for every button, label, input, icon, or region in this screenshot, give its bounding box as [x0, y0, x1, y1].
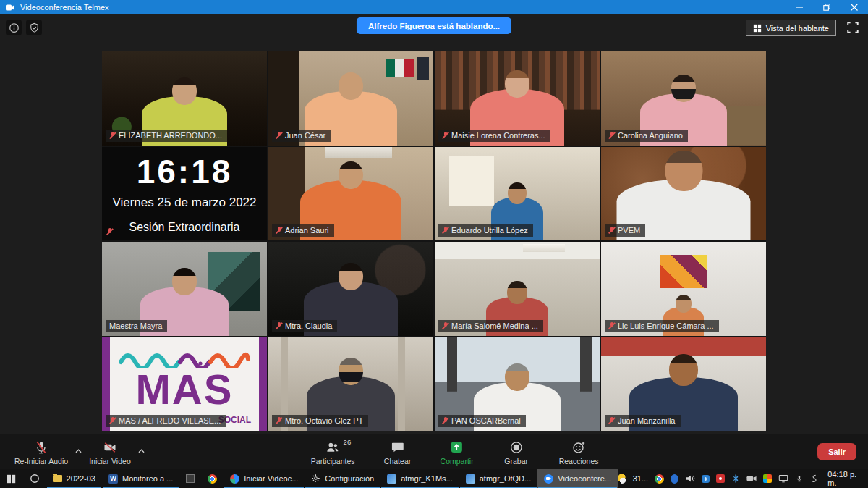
video-options-chevron-icon[interactable] — [138, 437, 145, 456]
video-tile[interactable]: Lic Luis Enrique Cámara ... — [601, 242, 766, 336]
cortana-button[interactable] — [23, 469, 46, 488]
taskbar-item-label: atmgr_OtQD... — [480, 474, 532, 483]
muted-mic-icon — [608, 226, 615, 235]
participant-name-label: Maisie Lorena Contreras... — [438, 130, 550, 142]
unmute-audio-button[interactable]: Re-Iniciar Audio — [10, 437, 72, 467]
pen-app-icon[interactable] — [809, 474, 818, 484]
camera-off-icon — [102, 440, 118, 455]
meeting-info-icon[interactable] — [6, 20, 22, 35]
participant-name: Mtra. Claudia — [285, 321, 332, 330]
meeting-stage: Alfredo Figueroa está hablando... Vista … — [0, 14, 868, 434]
participant-name: Lic Luis Enrique Cámara ... — [618, 321, 714, 330]
bluetooth-icon[interactable] — [731, 474, 740, 484]
participants-label: Participantes — [311, 457, 355, 466]
taskbar-clock[interactable]: 04:18 p. m. — [825, 470, 861, 487]
windows-taskbar: 2022-03 W Monitoreo a ... Iniciar Videoc… — [0, 469, 868, 488]
muted-mic-icon — [442, 416, 448, 425]
recording-tray-icon[interactable] — [716, 474, 725, 483]
mic-muted-icon — [34, 440, 48, 455]
share-screen-button[interactable]: Compartir — [436, 437, 478, 467]
participant-name-label: Juan Manzanilla — [605, 415, 681, 427]
session-title: Sesión Extraordinaria — [129, 221, 240, 234]
minimize-button[interactable] — [786, 0, 813, 14]
video-tile[interactable]: Adrian Sauri — [268, 147, 433, 241]
participant-name-label: Juan César — [272, 130, 331, 142]
volume-icon[interactable] — [685, 474, 695, 484]
participant-name: Adrian Sauri — [285, 226, 329, 235]
image-file-icon — [466, 474, 475, 484]
share-screen-label: Compartir — [441, 457, 474, 466]
participant-name: Carolina Anguiano — [618, 131, 683, 140]
restore-button[interactable] — [813, 0, 841, 14]
display-icon[interactable] — [778, 474, 788, 484]
video-device-icon[interactable] — [746, 474, 757, 484]
taskbar-item-image2[interactable]: atmgr_OtQD... — [459, 469, 538, 488]
audio-options-chevron-icon[interactable] — [75, 437, 82, 456]
taskbar-item-label: Videoconfere... — [558, 474, 611, 483]
taskbar-item-label: 2022-03 — [67, 474, 95, 483]
record-button[interactable]: Grabar — [497, 437, 536, 467]
participant-name-label: PAN OSCARBernal — [438, 415, 526, 427]
webex-icon — [230, 474, 239, 484]
videoconference-icon — [544, 474, 553, 484]
record-label: Grabar — [504, 457, 528, 466]
clock-date: Viernes 25 de marzo 2022 — [112, 195, 256, 210]
fullscreen-icon[interactable] — [846, 21, 859, 34]
taskbar-item-app[interactable] — [179, 469, 201, 488]
taskbar-item-folder[interactable]: 2022-03 — [46, 469, 102, 488]
participant-name-label: Mtra. Claudia — [272, 320, 337, 332]
microphone-tray-icon[interactable] — [795, 474, 804, 484]
folder-icon — [53, 475, 62, 482]
windows-security-icon[interactable] — [763, 474, 772, 483]
participant-name: Juan César — [285, 131, 326, 140]
chrome-tray-icon[interactable] — [655, 474, 664, 484]
leave-meeting-button[interactable]: Salir — [817, 443, 856, 460]
start-button[interactable] — [0, 469, 23, 488]
video-tile[interactable]: ELIZABETH ARREDONDO... — [102, 51, 267, 146]
taskbar-item-word[interactable]: W Monitoreo a ... — [102, 469, 179, 488]
video-tile[interactable]: Carolina Anguiano — [601, 51, 766, 146]
taskbar-item-videoconference[interactable]: Videoconfere... — [537, 469, 618, 488]
start-video-button[interactable]: Iniciar Video — [85, 437, 135, 467]
participant-name-label: Adrian Sauri — [272, 224, 334, 237]
video-tile[interactable]: Juan César — [268, 51, 433, 146]
taskbar-item-label: Configuración — [325, 474, 374, 483]
security-shield-icon[interactable] — [26, 20, 42, 35]
video-tile[interactable]: Mtro. Octavio Glez PT — [268, 337, 433, 432]
camera-tray-icon[interactable] — [702, 475, 710, 483]
participant-name-label: Lic Luis Enrique Cámara ... — [605, 320, 719, 332]
speaker-view-button[interactable]: Vista del hablante — [746, 20, 836, 36]
taskbar-item-webex[interactable]: Iniciar Videoc... — [224, 469, 305, 488]
video-tile[interactable]: Eduardo Utrilla López — [435, 147, 600, 241]
participants-button[interactable]: 26 Participantes — [307, 437, 359, 467]
video-tile[interactable]: Maestra Mayra — [102, 242, 267, 336]
video-tile-logo[interactable]: MAS SOCIAL MAS / ALFREDO VILLASE... — [102, 337, 267, 432]
video-tile[interactable]: PAN OSCARBernal — [435, 337, 600, 432]
taskbar-item-settings[interactable]: Configuración — [305, 469, 380, 488]
unmute-audio-label: Re-Iniciar Audio — [14, 457, 68, 466]
video-tile[interactable]: Maisie Lorena Contreras... — [435, 51, 600, 146]
active-speaker-banner[interactable]: Alfredo Figueroa está hablando... — [357, 17, 511, 34]
participant-name: Mtro. Octavio Glez PT — [285, 416, 363, 425]
video-tile[interactable]: María Salomé Medina ... — [435, 242, 600, 336]
muted-mic-icon — [276, 226, 282, 235]
video-tile[interactable]: Mtra. Claudia — [268, 242, 433, 336]
image-file-icon — [387, 474, 396, 484]
video-tile[interactable]: PVEM — [601, 147, 766, 241]
weather-temp[interactable]: 31... — [633, 474, 648, 483]
participant-name: Juan Manzanilla — [618, 416, 676, 425]
grid-view-icon — [753, 24, 762, 33]
close-button[interactable] — [841, 0, 868, 14]
taskbar-item-image1[interactable]: atmgr_K1Ms... — [380, 469, 459, 488]
app-tray-icon[interactable] — [671, 474, 678, 484]
participant-name-label: María Salomé Medina ... — [438, 320, 543, 332]
video-tile-clock[interactable]: 16:18 Viernes 25 de marzo 2022 Sesión Ex… — [102, 147, 267, 241]
muted-mic-icon — [442, 226, 448, 235]
chat-button[interactable]: Chatear — [378, 437, 417, 467]
muted-mic-icon — [608, 416, 615, 425]
reactions-button[interactable]: Reacciones — [555, 437, 603, 467]
taskbar-item-chrome[interactable] — [201, 469, 224, 488]
participant-name: MAS / ALFREDO VILLASE... — [119, 416, 221, 425]
weather-icon[interactable] — [618, 474, 626, 484]
video-tile[interactable]: Juan Manzanilla — [601, 337, 766, 432]
